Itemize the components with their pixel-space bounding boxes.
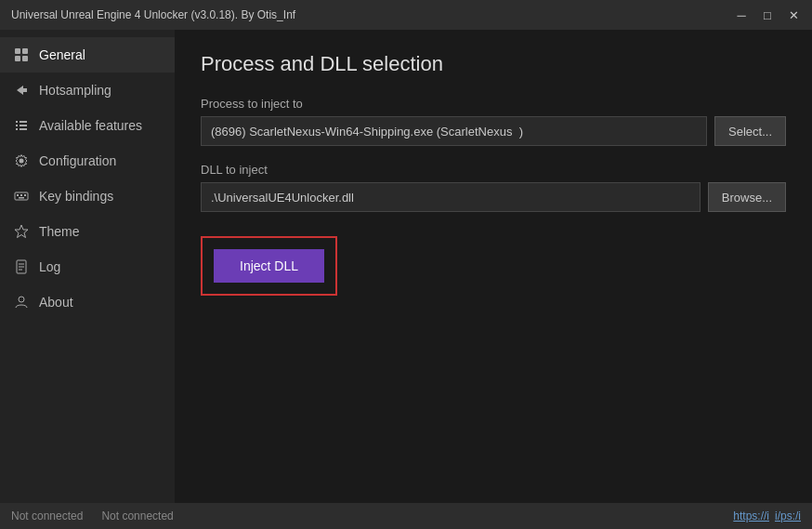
doc-icon bbox=[13, 258, 30, 275]
dll-row: Browse... bbox=[201, 182, 786, 212]
svg-rect-12 bbox=[17, 194, 19, 196]
browse-button[interactable]: Browse... bbox=[708, 182, 786, 212]
sidebar-label-theme: Theme bbox=[39, 224, 80, 239]
dll-input[interactable] bbox=[201, 182, 701, 212]
sidebar-label-log: Log bbox=[39, 259, 60, 274]
grid-icon bbox=[13, 46, 30, 63]
svg-rect-7 bbox=[20, 125, 27, 126]
main-layout: General Hotsampling Avail bbox=[0, 30, 812, 503]
svg-marker-16 bbox=[15, 225, 28, 238]
svg-rect-1 bbox=[22, 48, 28, 54]
svg-rect-8 bbox=[16, 128, 18, 130]
dll-field-group: DLL to inject Browse... bbox=[201, 163, 786, 212]
list-icon bbox=[13, 117, 30, 134]
svg-rect-13 bbox=[20, 194, 22, 196]
content-area: Process and DLL selection Process to inj… bbox=[175, 30, 812, 503]
sidebar-label-config: Configuration bbox=[39, 153, 116, 168]
status-link-2[interactable]: i/ps:/i bbox=[775, 509, 801, 522]
svg-rect-2 bbox=[15, 56, 20, 61]
svg-rect-4 bbox=[16, 121, 18, 123]
svg-point-21 bbox=[19, 297, 24, 302]
status-link-1[interactable]: https://i bbox=[733, 509, 769, 522]
sidebar-item-theme[interactable]: Theme bbox=[0, 214, 175, 249]
svg-point-10 bbox=[20, 159, 24, 164]
app-title: Universal Unreal Engine 4 Unlocker (v3.0… bbox=[11, 8, 295, 21]
minimize-button[interactable]: ─ bbox=[730, 6, 753, 24]
sidebar-item-about[interactable]: About bbox=[0, 284, 175, 320]
dll-label: DLL to inject bbox=[201, 163, 786, 177]
sidebar-label-general: General bbox=[39, 47, 85, 62]
sidebar-item-key-bindings[interactable]: Key bindings bbox=[0, 179, 175, 214]
svg-rect-5 bbox=[20, 121, 27, 123]
svg-rect-3 bbox=[22, 56, 28, 61]
sidebar-label-keybindings: Key bindings bbox=[39, 189, 113, 204]
sidebar-label-features: Available features bbox=[39, 118, 142, 133]
process-input[interactable] bbox=[201, 116, 707, 146]
keyboard-icon bbox=[13, 188, 30, 205]
status-2: Not connected bbox=[101, 509, 173, 522]
close-button[interactable]: ✕ bbox=[782, 6, 805, 24]
status-links: https://i i/ps:/i bbox=[733, 509, 801, 522]
status-1: Not connected bbox=[11, 509, 83, 522]
sidebar-label-about: About bbox=[39, 295, 73, 310]
theme-icon bbox=[13, 223, 30, 240]
process-row: Select... bbox=[201, 116, 786, 146]
maximize-button[interactable]: □ bbox=[756, 6, 779, 24]
sidebar-item-hotsampling[interactable]: Hotsampling bbox=[0, 73, 175, 108]
svg-rect-0 bbox=[15, 48, 20, 54]
select-button[interactable]: Select... bbox=[714, 116, 786, 146]
process-field-group: Process to inject to Select... bbox=[201, 97, 786, 146]
sidebar-label-hotsampling: Hotsampling bbox=[39, 83, 111, 98]
svg-rect-6 bbox=[16, 125, 18, 126]
sidebar-item-available-features[interactable]: Available features bbox=[0, 108, 175, 143]
process-label: Process to inject to bbox=[201, 97, 786, 111]
arrow-icon bbox=[13, 82, 30, 99]
inject-area: Inject DLL bbox=[201, 236, 337, 296]
person-icon bbox=[13, 294, 30, 311]
sidebar-item-general[interactable]: General bbox=[0, 37, 175, 73]
gear-icon bbox=[13, 152, 30, 169]
status-left: Not connected Not connected bbox=[11, 509, 174, 522]
page-title: Process and DLL selection bbox=[201, 52, 786, 76]
svg-rect-15 bbox=[19, 197, 24, 199]
window-controls: ─ □ ✕ bbox=[730, 6, 805, 24]
inject-dll-button[interactable]: Inject DLL bbox=[214, 249, 324, 283]
title-bar: Universal Unreal Engine 4 Unlocker (v3.0… bbox=[0, 0, 812, 30]
sidebar-item-log[interactable]: Log bbox=[0, 249, 175, 284]
svg-rect-9 bbox=[20, 128, 27, 130]
svg-rect-14 bbox=[24, 194, 26, 196]
sidebar: General Hotsampling Avail bbox=[0, 30, 175, 503]
sidebar-item-configuration[interactable]: Configuration bbox=[0, 143, 175, 179]
status-bar: Not connected Not connected https://i i/… bbox=[0, 503, 812, 529]
